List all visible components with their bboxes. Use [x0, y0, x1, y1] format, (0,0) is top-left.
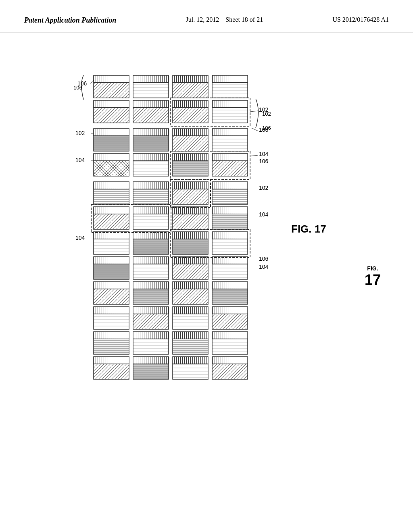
svg-rect-62 — [133, 239, 169, 254]
svg-rect-96 — [173, 332, 208, 339]
svg-text:106: 106 — [262, 125, 271, 131]
publication-date-sheet: Jul. 12, 2012 Sheet 18 of 21 — [186, 16, 263, 23]
svg-text:106: 106 — [73, 85, 82, 91]
svg-line-113 — [251, 128, 258, 131]
figure-17-svg: 106 102 106 102 104 106 104 102 104 — [53, 63, 336, 466]
svg-rect-47 — [212, 182, 248, 189]
svg-rect-98 — [212, 332, 248, 339]
svg-rect-35 — [133, 161, 169, 176]
svg-rect-92 — [94, 332, 129, 339]
svg-rect-71 — [133, 264, 169, 279]
svg-rect-12 — [173, 83, 208, 98]
svg-rect-63 — [173, 232, 208, 239]
svg-rect-76 — [94, 282, 129, 289]
svg-rect-14 — [212, 83, 248, 98]
svg-rect-44 — [133, 189, 169, 204]
svg-rect-79 — [133, 289, 169, 304]
svg-rect-99 — [212, 339, 248, 354]
svg-rect-107 — [212, 364, 248, 379]
svg-rect-16 — [94, 108, 129, 123]
svg-rect-41 — [94, 182, 129, 189]
svg-rect-54 — [173, 207, 208, 214]
svg-rect-33 — [94, 161, 129, 176]
svg-text:FIG. 17: FIG. 17 — [291, 223, 326, 235]
svg-rect-65 — [212, 232, 248, 239]
svg-rect-15 — [94, 100, 129, 108]
svg-text:104: 104 — [75, 235, 85, 241]
svg-rect-25 — [94, 136, 129, 151]
svg-text:102: 102 — [262, 111, 271, 117]
svg-rect-38 — [212, 154, 248, 161]
svg-rect-59 — [94, 232, 129, 239]
svg-rect-85 — [94, 314, 129, 329]
svg-rect-72 — [173, 257, 208, 264]
svg-text:104: 104 — [259, 211, 269, 218]
svg-rect-30 — [212, 129, 248, 136]
svg-rect-95 — [133, 339, 169, 354]
svg-rect-81 — [173, 289, 208, 304]
svg-rect-37 — [173, 161, 208, 176]
svg-rect-68 — [94, 257, 129, 264]
fig-text: FIG. — [367, 265, 378, 272]
svg-rect-20 — [173, 108, 208, 123]
svg-rect-100 — [94, 357, 129, 364]
svg-rect-32 — [94, 154, 129, 161]
svg-rect-27 — [133, 136, 169, 151]
svg-rect-60 — [94, 239, 129, 254]
svg-rect-45 — [173, 182, 208, 189]
svg-rect-18 — [133, 108, 169, 123]
svg-rect-66 — [212, 239, 248, 254]
svg-rect-103 — [133, 364, 169, 379]
svg-rect-102 — [133, 357, 169, 364]
svg-rect-104 — [173, 357, 208, 364]
svg-rect-43 — [133, 182, 169, 189]
svg-rect-90 — [212, 307, 248, 314]
svg-rect-78 — [133, 282, 169, 289]
svg-line-111 — [250, 111, 258, 112]
svg-text:104: 104 — [259, 151, 269, 157]
svg-rect-42 — [94, 189, 129, 204]
svg-rect-21 — [212, 100, 248, 108]
svg-text:104: 104 — [259, 264, 269, 270]
svg-rect-52 — [133, 207, 169, 214]
svg-rect-82 — [212, 282, 248, 289]
svg-rect-61 — [133, 232, 169, 239]
svg-rect-73 — [173, 264, 208, 279]
svg-rect-24 — [94, 129, 129, 136]
svg-rect-39 — [212, 161, 248, 176]
svg-rect-29 — [173, 136, 208, 151]
svg-rect-19 — [173, 100, 208, 108]
svg-rect-22 — [212, 108, 248, 123]
svg-rect-53 — [133, 214, 169, 229]
sheet-info: Sheet 18 of 21 — [225, 16, 263, 23]
svg-rect-83 — [212, 289, 248, 304]
svg-rect-87 — [133, 314, 169, 329]
svg-rect-13 — [212, 75, 248, 83]
svg-rect-74 — [212, 257, 248, 264]
svg-rect-88 — [173, 307, 208, 314]
patent-number: US 2012/0176428 A1 — [332, 16, 389, 23]
svg-rect-101 — [94, 364, 129, 379]
svg-rect-64 — [173, 239, 208, 254]
main-content: 106 102 106 102 104 106 104 102 104 — [0, 33, 413, 521]
svg-rect-46 — [173, 189, 208, 204]
svg-rect-94 — [133, 332, 169, 339]
svg-rect-26 — [133, 129, 169, 136]
svg-rect-86 — [133, 307, 169, 314]
svg-rect-89 — [173, 314, 208, 329]
svg-rect-69 — [94, 264, 129, 279]
svg-rect-17 — [133, 100, 169, 108]
svg-line-117 — [251, 155, 258, 156]
svg-rect-55 — [173, 214, 208, 229]
svg-rect-75 — [212, 264, 248, 279]
svg-rect-57 — [212, 214, 248, 229]
svg-rect-31 — [212, 136, 248, 151]
svg-rect-91 — [212, 314, 248, 329]
svg-rect-10 — [133, 83, 169, 98]
svg-rect-11 — [173, 75, 208, 83]
svg-rect-50 — [94, 207, 129, 214]
svg-text:106: 106 — [259, 158, 269, 164]
svg-rect-106 — [212, 357, 248, 364]
svg-rect-56 — [212, 207, 248, 214]
svg-text:102: 102 — [75, 130, 85, 136]
